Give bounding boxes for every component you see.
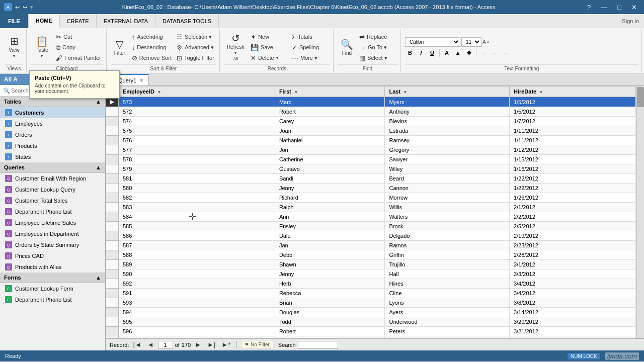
table-row[interactable]: 575 Joan Estrada 1/11/2012 (106, 126, 636, 136)
italic-button[interactable]: I (416, 48, 426, 58)
nav-item-products-alias[interactable]: Q Products with Alias (0, 261, 105, 273)
table-row[interactable]: 572 Robert Anthony 1/5/2012 (106, 107, 636, 117)
filter-button[interactable]: ▽ Filter (111, 32, 129, 63)
nav-item-states[interactable]: T States (0, 151, 105, 162)
table-row[interactable]: 582 Richard Morrow 1/26/2012 (106, 193, 636, 203)
last-record-btn[interactable]: ►| (205, 341, 217, 348)
increase-size-btn[interactable]: A (482, 39, 486, 45)
close-btn[interactable]: ✕ (628, 4, 640, 11)
highlight-color-button[interactable]: ▲ (453, 48, 463, 58)
table-row[interactable]: 583 Ralph Willis 2/1/2012 (106, 203, 636, 212)
tab-home[interactable]: HOME (29, 14, 60, 28)
first-record-btn[interactable]: |◄ (131, 341, 143, 348)
sign-in-link[interactable]: Sign in (622, 18, 639, 24)
paste-button[interactable]: 📋 Paste ▾ (31, 33, 53, 62)
prev-record-btn[interactable]: ◄ (145, 341, 156, 348)
font-color-button[interactable]: A (442, 48, 452, 58)
bg-color-button[interactable]: ◈ (464, 48, 474, 58)
no-filter-badge[interactable]: ⚑ No Filter (241, 341, 273, 348)
tab-file[interactable]: FILE (0, 14, 29, 28)
col-header-last[interactable]: Last ▾ (385, 86, 509, 97)
table-row[interactable]: 596 Robert Peters 3/21/2012 (106, 327, 636, 336)
nav-item-prices-cad[interactable]: Q Prices CAD (0, 250, 105, 261)
tab-external[interactable]: EXTERNAL DATA (97, 14, 155, 28)
ascending-button[interactable]: ↑ Ascending (130, 32, 174, 42)
undo-btn[interactable]: ↩ (15, 4, 20, 11)
table-row[interactable]: 593 Brian Lyons 3/8/2012 (106, 298, 636, 308)
table-row[interactable]: 579 Gustavo Wiley 1/16/2012 (106, 164, 636, 174)
help-btn[interactable]: ? (584, 4, 594, 11)
table-row[interactable]: 591 Rebecca Cline 3/4/2012 (106, 289, 636, 298)
next-record-btn[interactable]: ► (193, 341, 203, 348)
maximize-btn[interactable]: □ (614, 4, 624, 11)
minimize-btn[interactable]: — (598, 4, 610, 11)
col-header-first[interactable]: First ▾ (275, 86, 385, 97)
nav-item-customer-lookup[interactable]: Q Customer Lookup Query (0, 184, 105, 195)
nav-item-employees[interactable]: T Employees (0, 118, 105, 129)
cut-button[interactable]: ✂ Cut (54, 32, 103, 42)
table-row[interactable]: 586 Dale Delgado 2/19/2012 (106, 231, 636, 241)
table-row[interactable]: 581 Sandi Beard 1/22/2012 (106, 174, 636, 184)
table-row[interactable]: 592 Herb Hines 3/4/2012 (106, 279, 636, 289)
toggle-filter-button[interactable]: ⊡ Toggle Filter (175, 53, 216, 63)
format-painter-button[interactable]: 🖌 Format Painter (54, 53, 103, 63)
descending-button[interactable]: ↓ Descending (130, 42, 174, 52)
tab-database[interactable]: DATABASE TOOLS (155, 14, 219, 28)
table-row[interactable]: 576 Nathaniel Ramsey 1/11/2012 (106, 136, 636, 145)
font-size-selector[interactable]: 11 (461, 37, 481, 47)
nav-item-customers[interactable]: T Customers (0, 107, 105, 118)
new-record-button[interactable]: ✦ New (249, 32, 289, 42)
table-row[interactable]: 594 Douglas Ayers 3/14/2012 (106, 308, 636, 317)
table-row[interactable]: 585 Ensley Brock 2/5/2012 (106, 222, 636, 231)
scrollbar-thumb[interactable] (637, 87, 644, 107)
nav-item-orders-state[interactable]: Q Orders by State Summary (0, 239, 105, 250)
table-row[interactable]: 590 Jenny Hall 3/3/2012 (106, 269, 636, 279)
nav-item-dept-phone-form[interactable]: F Department Phone List (0, 294, 105, 305)
more-button[interactable]: ⋯ More ▾ (290, 53, 330, 63)
delete-button[interactable]: ✕ Delete ▾ (249, 53, 289, 63)
nav-item-customer-email[interactable]: Q Customer Email With Region (0, 173, 105, 184)
new-record-nav-btn[interactable]: ►* (219, 341, 232, 348)
table-row[interactable]: 584 Ann Walters 2/2/2012 (106, 212, 636, 222)
table-row[interactable]: 574 Carey Blevins 1/7/2012 (106, 117, 636, 126)
nav-item-dept-phone[interactable]: Q Department Phone List (0, 206, 105, 217)
table-scroll-area[interactable]: EmployeeID ▾ First ▾ Last ▾ (106, 86, 636, 338)
table-row[interactable]: 578 Catherine Sawyer 1/15/2012 (106, 155, 636, 164)
refresh-all-button[interactable]: ↺ Refresh ▾ All (224, 32, 248, 63)
table-row[interactable]: 589 Shawn Trujillo 3/1/2012 (106, 260, 636, 269)
record-search-input[interactable] (298, 341, 338, 349)
tab-create[interactable]: CREATE (60, 14, 97, 28)
copy-button[interactable]: ⧉ Copy (54, 42, 103, 52)
save-button[interactable]: 💾 Save (249, 42, 289, 52)
vertical-scrollbar[interactable] (636, 86, 644, 338)
goto-button[interactable]: → Go To ▾ (357, 42, 397, 52)
table-row[interactable]: 587 Jan Ramos 2/23/2012 (106, 241, 636, 250)
table-row[interactable]: 577 Jon Gregory 1/12/2012 (106, 145, 636, 155)
decrease-size-btn[interactable]: a (487, 39, 490, 44)
nav-item-employees-dept[interactable]: Q Employees in Department (0, 228, 105, 239)
view-button[interactable]: ⊞ View ▾ (5, 33, 23, 62)
current-record-input[interactable] (158, 341, 173, 349)
underline-button[interactable]: U (427, 48, 437, 58)
advanced-button[interactable]: ⚙ Advanced ▾ (175, 42, 216, 52)
col-header-hiredate[interactable]: HireDate ▾ (509, 86, 635, 97)
table-row[interactable]: 588 Debbi Griffin 2/28/2012 (106, 250, 636, 260)
table-row[interactable]: 595 Todd Underwood 3/20/2012 (106, 317, 636, 327)
spelling-button[interactable]: ✓ Spelling (290, 42, 330, 52)
align-center-btn[interactable]: ≡ (490, 48, 500, 58)
forms-section-header[interactable]: Forms ▲ (0, 273, 105, 283)
table-row[interactable]: 580 Jenny Cannon 1/22/2012 (106, 184, 636, 193)
find-button[interactable]: 🔍 Find (338, 33, 356, 62)
totals-button[interactable]: Σ Totals (290, 32, 330, 42)
bold-button[interactable]: B (405, 48, 415, 58)
font-selector[interactable]: Calibri (405, 37, 460, 47)
col-header-employeeid[interactable]: EmployeeID ▾ (119, 86, 275, 97)
align-left-btn[interactable]: ≡ (478, 48, 489, 58)
nav-item-customer-total[interactable]: Q Customer Total Sales (0, 195, 105, 206)
table-row[interactable]: ▶ 573 Marc Myers 1/5/2012 (106, 97, 636, 107)
nav-item-customer-form[interactable]: F Customer Lookup Form (0, 283, 105, 294)
nav-item-products[interactable]: T Products (0, 140, 105, 151)
select-button[interactable]: ▦ Select ▾ (357, 53, 397, 63)
query-tab-close[interactable]: ✕ (139, 77, 143, 83)
remove-sort-button[interactable]: ⊘ Remove Sort (130, 53, 174, 63)
